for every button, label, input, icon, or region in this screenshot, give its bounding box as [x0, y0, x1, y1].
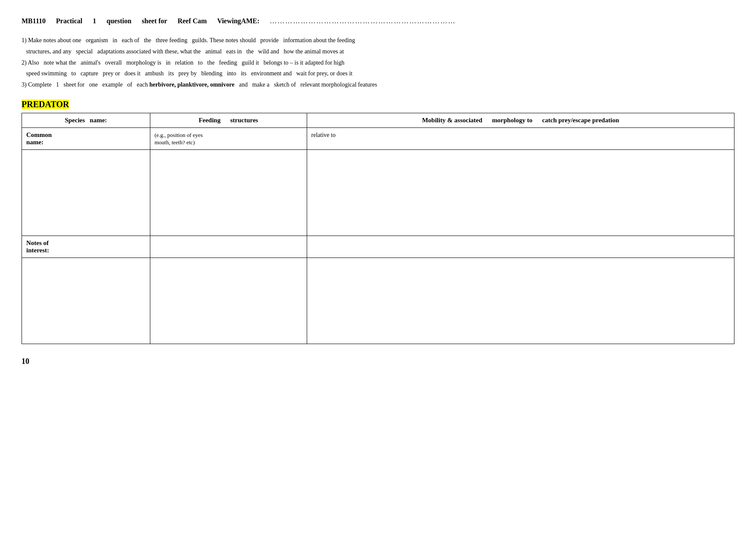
sheet-label: sheet for	[142, 17, 167, 25]
header-species: Species name:	[22, 113, 150, 127]
empty-species-1	[22, 149, 150, 236]
header-mobility: Mobility & associated morphology to catc…	[307, 113, 734, 127]
instruction-line-5: 3) Complete 1 sheet for one example of e…	[22, 80, 734, 90]
instruction-line-4: speed swimming to capture prey or does i…	[22, 68, 734, 79]
instructions-block: 1) Make notes about one organism in each…	[22, 35, 734, 90]
name-dots: ………………………………………………………………	[270, 17, 456, 25]
notes-feeding-cell	[150, 236, 307, 258]
empty-mobility-1	[307, 149, 734, 236]
question-type: question	[106, 17, 131, 25]
common-name-label: Common name:	[22, 127, 150, 149]
instruction-line-1: 1) Make notes about one organism in each…	[22, 35, 734, 46]
table-row-notes: Notes of interest:	[22, 236, 734, 258]
section-title-container: PREDATOR	[22, 99, 734, 109]
course-code: MB1110	[22, 17, 46, 25]
header-bar: MB1110 Practical 1 question sheet for Re…	[22, 17, 734, 25]
header-feeding: Feeding structures	[150, 113, 307, 127]
common-mobility-cell: relative to	[307, 127, 734, 149]
number: 1	[93, 17, 96, 25]
predator-table: Species name: Feeding structures Mobilit…	[22, 113, 734, 344]
table-row-common: Common name: (e.g., position of eyes mou…	[22, 127, 734, 149]
notes-label: Notes of interest:	[22, 236, 150, 258]
empty-mobility-2	[307, 258, 734, 344]
table-header-row: Species name: Feeding structures Mobilit…	[22, 113, 734, 127]
empty-feeding-1	[150, 149, 307, 236]
instruction-line-2: structures, and any special adaptations …	[22, 47, 734, 57]
table-row-empty-1	[22, 149, 734, 236]
subject: Practical	[56, 17, 82, 25]
cam-label: ViewingAME:	[217, 17, 259, 25]
common-feeding-cell: (e.g., position of eyes mouth, teeth? et…	[150, 127, 307, 149]
table-row-empty-2	[22, 258, 734, 344]
section-title: PREDATOR	[22, 99, 69, 109]
notes-mobility-cell	[307, 236, 734, 258]
course-name: Reef Cam	[177, 17, 207, 25]
empty-feeding-2	[150, 258, 307, 344]
instruction-line-3: 2) Also note what the animal's overall m…	[22, 58, 734, 68]
page-number: 10	[22, 357, 734, 366]
empty-species-2	[22, 258, 150, 344]
